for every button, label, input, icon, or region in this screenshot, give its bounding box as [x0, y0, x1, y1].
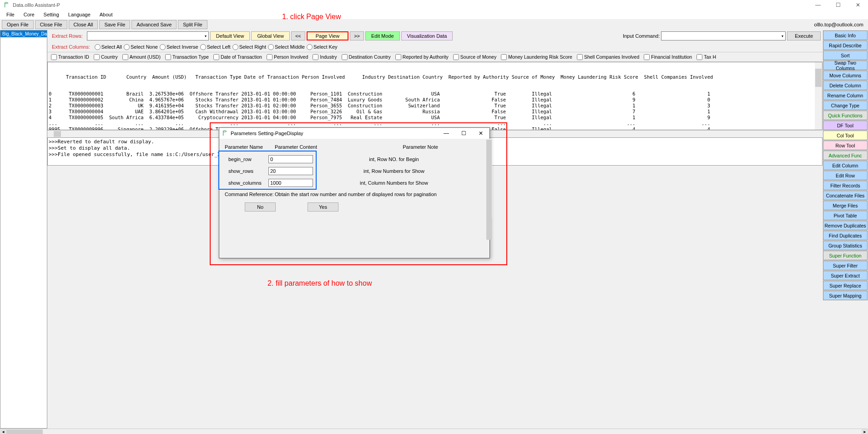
right-panel-button[interactable]: Remove Duplicates [823, 221, 868, 230]
next-page-button[interactable]: >> [350, 31, 364, 40]
right-panel-button[interactable]: Basic Info [823, 30, 868, 40]
dialog-scrollbar[interactable] [486, 139, 492, 218]
vertical-scrollbar[interactable] [815, 62, 822, 130]
file-list-panel: Big_Black_Money_Data [0, 30, 47, 429]
dialog-close-button[interactable]: ✕ [472, 128, 490, 139]
menu-file[interactable]: File [3, 11, 18, 18]
extract-rows-combo[interactable]: ▾ [87, 31, 209, 40]
radio-select-inverse[interactable]: Select Inverse [160, 44, 198, 50]
save-file-button[interactable]: Save File [99, 20, 130, 29]
right-panel-button[interactable]: Move Columns [823, 71, 868, 80]
close-file-button[interactable]: Close File [35, 20, 67, 29]
advanced-save-button[interactable]: Advanced Save [131, 20, 177, 29]
default-view-button[interactable]: Default View [210, 31, 250, 40]
close-button[interactable]: ✕ [848, 0, 868, 10]
right-panel-button[interactable]: Change Type [823, 101, 868, 110]
global-view-button[interactable]: Global View [251, 31, 290, 40]
param-header-content: Parameter Content [275, 144, 357, 150]
open-file-button[interactable]: Open File [2, 20, 34, 29]
column-checkbox[interactable]: Financial Institution [642, 54, 694, 60]
column-checkbox[interactable]: Source of Money [451, 54, 498, 60]
right-panel-button[interactable]: Find Duplicates [823, 231, 868, 240]
radio-select-key[interactable]: Select Key [307, 44, 338, 50]
column-checkbox[interactable]: Industry [311, 54, 338, 60]
visualization-data-button[interactable]: Visualization Data [401, 31, 453, 40]
param-header-note: Parameter Note [357, 144, 484, 150]
scroll-left-arrow-icon[interactable]: ◄ [0, 429, 6, 434]
right-panel-button[interactable]: Rename Column [823, 91, 868, 100]
param-row: show_columnsint, Column Numbers for Show [225, 177, 484, 189]
close-all-button[interactable]: Close All [69, 20, 98, 29]
right-panel-button[interactable]: Super Filter [823, 261, 868, 270]
execute-button[interactable]: Execute [787, 31, 821, 40]
right-panel-button[interactable]: Row Tool [823, 141, 868, 150]
minimize-button[interactable]: — [808, 0, 828, 10]
prev-page-button[interactable]: << [291, 31, 305, 40]
right-panel-button[interactable]: Merge Files [823, 201, 868, 210]
menu-core[interactable]: Core [20, 11, 38, 18]
right-panel-button[interactable]: DF Tool [823, 121, 868, 130]
param-label: show_columns [225, 180, 268, 186]
column-controls: Extract Columns: Select All Select None … [47, 42, 823, 52]
radio-select-middle[interactable]: Select Middle [268, 44, 305, 50]
dialog-minimize-button[interactable]: — [438, 128, 455, 139]
column-checkbox[interactable]: Person Involved [265, 54, 310, 60]
menu-language[interactable]: Language [65, 11, 94, 18]
split-file-button[interactable]: Split File [178, 20, 207, 29]
file-list-item[interactable]: Big_Black_Money_Data [0, 30, 47, 37]
right-panel-button[interactable]: Edit Column [823, 161, 868, 170]
column-checkbox[interactable]: Money Laundering Risk Score [499, 54, 574, 60]
right-panel-button[interactable]: Swap Two Columns [823, 61, 868, 70]
column-checkbox[interactable]: Tax H [695, 54, 718, 60]
right-panel-button[interactable]: Super Replace [823, 281, 868, 290]
param-note: int, Row Numbers for Show [313, 168, 484, 174]
right-panel-button[interactable]: Super Extract [823, 271, 868, 280]
right-panel-button[interactable]: Filter Records [823, 181, 868, 190]
column-checkbox[interactable]: Shell Companies Involved [575, 54, 641, 60]
dialog-maximize-button[interactable]: ☐ [455, 128, 472, 139]
right-panel-button[interactable]: Advanced Func [823, 151, 868, 160]
right-panel-button[interactable]: Rapid Describe [823, 40, 868, 50]
page-view-button[interactable]: Page View [307, 31, 348, 40]
column-checkbox[interactable]: Destination Country [340, 54, 393, 60]
column-checkbox[interactable]: Country [92, 54, 120, 60]
right-panel-button[interactable]: Super Mapping [823, 291, 868, 300]
right-panel-button[interactable]: Quick Functions [823, 111, 868, 120]
maximize-button[interactable]: ☐ [828, 0, 848, 10]
menu-setting[interactable]: Setting [40, 11, 63, 18]
scroll-right-arrow-icon[interactable]: ► [862, 429, 868, 434]
extract-columns-label[interactable]: Extract Columns: [49, 44, 93, 50]
right-panel-button[interactable]: Col Tool [823, 131, 868, 140]
column-checkbox[interactable]: Amount (USD) [121, 54, 162, 60]
radio-select-all[interactable]: Select All [95, 44, 122, 50]
column-checkbox[interactable]: Reported by Authority [394, 54, 450, 60]
app-icon [222, 130, 228, 136]
window-horizontal-scrollbar[interactable]: ◄ ► [0, 429, 868, 434]
right-panel-button[interactable]: Group Statistics [823, 241, 868, 250]
radio-select-left[interactable]: Select Left [200, 44, 231, 50]
column-checkbox[interactable]: Date of Transaction [212, 54, 264, 60]
edit-mode-button[interactable]: Edit Mode [365, 31, 400, 40]
menu-about[interactable]: About [96, 11, 116, 18]
radio-select-none[interactable]: Select None [124, 44, 158, 50]
right-panel-button[interactable]: Delete Column [823, 81, 868, 90]
dialog-no-button[interactable]: No [245, 202, 276, 212]
data-grid[interactable]: Transaction ID Country Amount (USD) Tran… [47, 62, 823, 130]
param-input[interactable] [268, 155, 313, 163]
param-note: int, Row NO. for Begin [313, 156, 484, 162]
param-input[interactable] [268, 167, 313, 175]
radio-select-right[interactable]: Select Right [232, 44, 266, 50]
column-checkbox[interactable]: Transaction ID [49, 54, 91, 60]
param-input[interactable] [268, 179, 313, 187]
command-input[interactable]: ▾ [661, 31, 786, 40]
data-header-row: Transaction ID Country Amount (USD) Tran… [49, 74, 821, 80]
dialog-yes-button[interactable]: Yes [308, 202, 338, 212]
extract-rows-label[interactable]: Extract Rows: [49, 33, 86, 39]
right-panel-button[interactable]: Sort [823, 50, 868, 60]
right-panel-button[interactable]: Pivot Table [823, 211, 868, 220]
right-panel-button[interactable]: Edit Row [823, 171, 868, 180]
right-panel-button[interactable]: Super Function [823, 251, 868, 260]
param-label: show_rows [225, 168, 268, 174]
right-panel-button[interactable]: Concatenate Files [823, 191, 868, 200]
column-checkbox[interactable]: Transaction Type [163, 54, 211, 60]
